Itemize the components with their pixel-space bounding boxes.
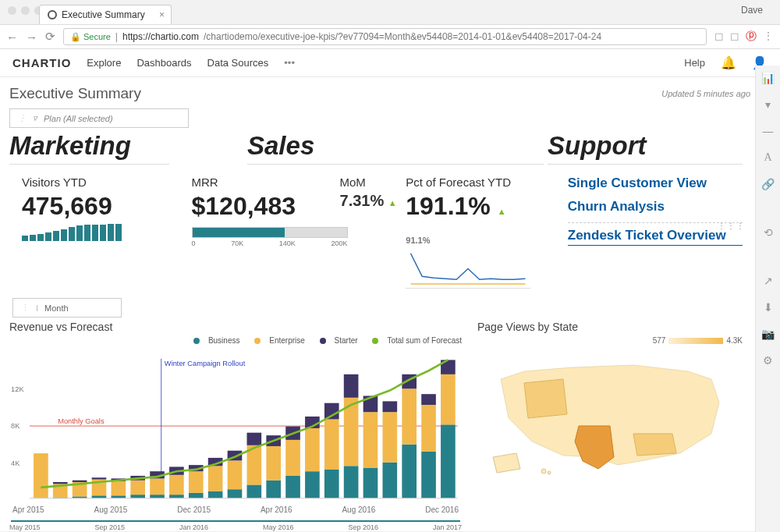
svg-rect-62: [383, 412, 398, 462]
back-icon[interactable]: ←: [6, 30, 18, 44]
map-title: Page Views by State: [477, 321, 743, 333]
section-marketing: Marketing: [9, 131, 169, 165]
svg-rect-29: [169, 475, 184, 495]
kpi-forecast-label: Pct of Forecast YTD: [406, 176, 544, 189]
svg-rect-20: [112, 481, 126, 495]
svg-text:4K: 4K: [11, 459, 20, 467]
svg-rect-69: [421, 394, 436, 405]
refresh-icon[interactable]: ⟲: [764, 226, 773, 239]
svg-rect-32: [189, 471, 204, 493]
svg-rect-42: [247, 433, 262, 445]
ext-icon[interactable]: ◻: [714, 30, 724, 44]
logo[interactable]: CHARTIO: [12, 56, 71, 69]
minus-icon[interactable]: —: [763, 125, 774, 137]
link-zendesk-overview[interactable]: ⋮⋮⋮Zendesk Ticket Overview: [568, 222, 743, 246]
svg-rect-34: [208, 491, 223, 498]
svg-rect-52: [324, 470, 339, 498]
url-path: /chartiodemo/executive-joe-kpis/?ev77094…: [204, 31, 601, 42]
forward-icon[interactable]: →: [26, 30, 37, 44]
url-bar[interactable]: 🔒 Secure | https://chartio.com/chartiode…: [63, 28, 707, 45]
kpi-visitors-value: 475,669: [22, 192, 161, 221]
drag-handle-icon[interactable]: ⋮⋮⋮: [718, 222, 746, 230]
nav-data-sources[interactable]: Data Sources: [207, 57, 269, 69]
svg-rect-22: [130, 495, 145, 498]
section-sales: Sales: [247, 131, 544, 165]
filter-plan[interactable]: ⋮ ▿ Plan (All selected): [9, 108, 189, 128]
visitors-sparkline: [22, 224, 161, 241]
svg-rect-8: [34, 453, 48, 498]
svg-text:Winter Campaign Rollout: Winter Campaign Rollout: [165, 359, 246, 367]
mrr-ticks: 070K140K200K: [192, 239, 348, 247]
svg-rect-28: [169, 495, 184, 498]
funnel-icon: ▿: [33, 113, 37, 123]
revenue-chart[interactable]: 4K 8K 12K Monthly Goals Winter Campaign …: [9, 346, 462, 502]
filter-label: Plan (All selected): [44, 114, 113, 123]
svg-rect-50: [305, 428, 320, 471]
url-host: https://chartio.com: [122, 31, 199, 42]
favicon-icon: [48, 10, 57, 20]
mrr-progress: [192, 227, 348, 238]
bar-chart-icon[interactable]: 📊: [761, 72, 775, 84]
link-churn-analysis[interactable]: Churn Analysis: [568, 199, 743, 215]
reload-icon[interactable]: ⟳: [45, 30, 55, 44]
filter-handle-icon: ⋮: [18, 113, 27, 123]
filter-icon[interactable]: ▾: [765, 98, 771, 111]
kpi-mrr-value: $120,483: [192, 192, 332, 221]
link-icon[interactable]: 🔗: [761, 178, 775, 190]
link-single-customer[interactable]: Single Customer View: [568, 176, 743, 191]
rev-chart-title: Revenue vs Forecast: [9, 321, 462, 333]
svg-rect-31: [189, 493, 204, 498]
rev-legend: Business Enterprise Starter Total sum of…: [9, 336, 462, 345]
svg-rect-65: [402, 388, 417, 444]
svg-text:12K: 12K: [11, 385, 24, 393]
svg-rect-38: [228, 460, 243, 489]
svg-rect-55: [344, 466, 359, 498]
browser-chrome: Dave Executive Summary × ← → ⟳ 🔒 Secure …: [0, 0, 780, 49]
window-min-dot[interactable]: [21, 6, 30, 15]
time-slider[interactable]: [11, 520, 460, 522]
nav-more-icon[interactable]: •••: [284, 57, 295, 69]
nav-dashboards[interactable]: Dashboards: [136, 57, 191, 69]
svg-text:Monthly Goals: Monthly Goals: [58, 417, 105, 425]
svg-rect-57: [344, 374, 359, 398]
month-label: Month: [44, 303, 69, 313]
svg-rect-68: [421, 405, 436, 452]
svg-rect-63: [383, 401, 398, 412]
us-map[interactable]: [477, 348, 743, 481]
svg-rect-43: [266, 481, 281, 498]
rev-x-axis: Apr 2015Aug 2015Dec 2015Apr 2016Aug 2016…: [9, 505, 462, 514]
secure-badge: 🔒 Secure: [70, 32, 111, 42]
bell-icon[interactable]: 🔔: [721, 55, 736, 70]
svg-rect-12: [53, 482, 68, 484]
svg-rect-71: [441, 374, 456, 424]
svg-rect-61: [383, 463, 398, 498]
window-close-dot[interactable]: [8, 6, 16, 15]
svg-rect-15: [73, 481, 87, 482]
camera-icon[interactable]: 📷: [761, 328, 775, 340]
ext-icon[interactable]: ◻: [730, 30, 739, 44]
slider-labels: May 2015Sep 2015Jan 2016May 2016Sep 2016…: [9, 523, 462, 531]
pinterest-icon[interactable]: ⓟ: [746, 30, 757, 44]
nav-explore[interactable]: Explore: [87, 57, 121, 69]
svg-rect-53: [324, 419, 339, 469]
help-link[interactable]: Help: [684, 57, 705, 69]
kpi-forecast-value: 191.1% ▲91.1%: [406, 192, 544, 250]
kpi-visitors-label: Visitors YTD: [22, 176, 161, 189]
app-header: CHARTIO Explore Dashboards Data Sources …: [0, 49, 780, 77]
browser-profile[interactable]: Dave: [741, 5, 772, 16]
svg-rect-37: [228, 489, 243, 498]
close-icon[interactable]: ×: [159, 9, 165, 20]
month-selector[interactable]: ⋮ I Month: [12, 298, 122, 317]
svg-rect-44: [266, 446, 281, 481]
share-icon[interactable]: ↗: [764, 275, 773, 287]
text-icon[interactable]: A: [764, 151, 771, 164]
svg-rect-59: [363, 412, 378, 467]
browser-tab[interactable]: Executive Summary ×: [39, 5, 172, 24]
page-title: Executive Summary: [9, 85, 141, 102]
svg-point-75: [548, 471, 551, 474]
menu-icon[interactable]: ⋮: [763, 30, 774, 44]
download-icon[interactable]: ⬇: [764, 301, 773, 314]
svg-rect-40: [247, 484, 262, 498]
gear-icon[interactable]: ⚙: [763, 354, 773, 367]
trend-up-icon: ▲: [388, 198, 397, 207]
